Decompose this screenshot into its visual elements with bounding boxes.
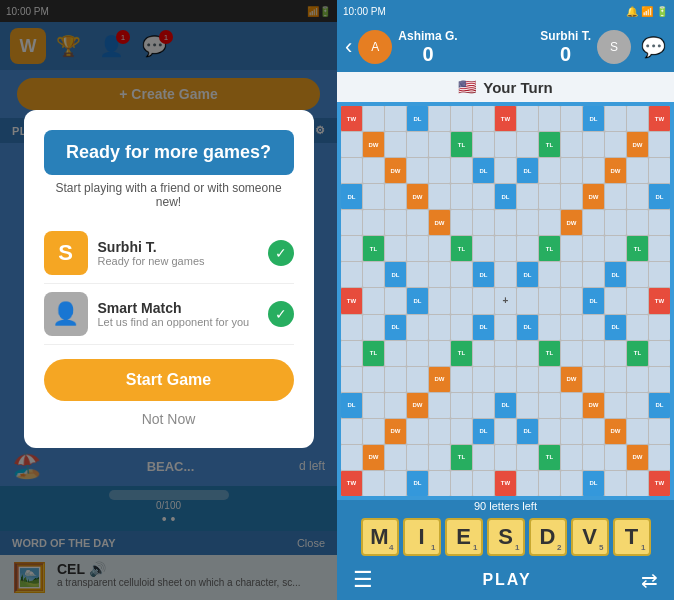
board-cell[interactable] [341,132,362,157]
back-button[interactable]: ‹ [345,34,352,60]
board-cell[interactable] [451,158,472,183]
board-cell[interactable] [539,367,560,392]
board-cell[interactable] [495,341,516,366]
board-cell[interactable] [605,393,626,418]
board-cell[interactable] [407,262,428,287]
board-cell[interactable] [495,210,516,235]
board-cell[interactable] [561,158,582,183]
board-cell[interactable] [539,393,560,418]
board-cell[interactable] [407,445,428,470]
board-cell[interactable]: TW [495,471,516,496]
board-cell[interactable] [627,262,648,287]
board-cell[interactable] [451,106,472,131]
board-cell[interactable]: DL [473,419,494,444]
board-cell[interactable] [583,262,604,287]
board-cell[interactable] [363,393,384,418]
board-cell[interactable] [517,184,538,209]
board-cell[interactable] [407,210,428,235]
board-cell[interactable]: DW [605,158,626,183]
board-cell[interactable] [583,445,604,470]
board-cell[interactable]: DW [363,445,384,470]
board-cell[interactable]: TW [341,106,362,131]
board-cell[interactable] [649,367,670,392]
start-game-button[interactable]: Start Game [44,359,294,401]
board-cell[interactable] [407,158,428,183]
board-cell[interactable] [605,445,626,470]
rack-tile[interactable]: D2 [529,518,567,556]
board-cell[interactable] [363,184,384,209]
board-cell[interactable] [495,367,516,392]
chat-icon[interactable]: 💬 [641,35,666,59]
board-cell[interactable]: DW [385,158,406,183]
board-cell[interactable] [561,184,582,209]
board-cell[interactable] [363,262,384,287]
board-cell[interactable]: DL [495,393,516,418]
board-cell[interactable] [517,445,538,470]
board-cell[interactable] [561,445,582,470]
board-cell[interactable] [451,393,472,418]
board-cell[interactable] [583,158,604,183]
board-cell[interactable] [517,367,538,392]
board-cell[interactable] [341,367,362,392]
board-cell[interactable] [539,158,560,183]
board-cell[interactable] [539,262,560,287]
board-cell[interactable] [627,315,648,340]
board-cell[interactable] [407,236,428,261]
board-cell[interactable]: DL [605,262,626,287]
board-cell[interactable]: TL [539,445,560,470]
board-cell[interactable] [451,367,472,392]
board-cell[interactable] [407,341,428,366]
board-cell[interactable]: DL [517,158,538,183]
board-cell[interactable] [363,315,384,340]
board-cell[interactable]: DL [407,106,428,131]
board-cell[interactable] [627,210,648,235]
board-cell[interactable] [517,132,538,157]
board-cell[interactable] [561,393,582,418]
board-cell[interactable] [517,393,538,418]
board-cell[interactable] [473,471,494,496]
board-cell[interactable]: DW [605,419,626,444]
board-cell[interactable] [561,419,582,444]
board-cell[interactable]: DL [517,419,538,444]
board-cell[interactable] [583,315,604,340]
board-cell[interactable] [451,262,472,287]
board-cell[interactable] [385,236,406,261]
board-cell[interactable]: + [495,288,516,313]
board-cell[interactable] [539,315,560,340]
board-cell[interactable] [583,419,604,444]
board-cell[interactable]: DW [583,393,604,418]
board-cell[interactable]: TL [451,445,472,470]
board-cell[interactable] [341,445,362,470]
board-cell[interactable]: DL [341,393,362,418]
board-cell[interactable]: TW [495,106,516,131]
board-cell[interactable] [561,236,582,261]
rack-tile[interactable]: M4 [361,518,399,556]
board-cell[interactable] [385,132,406,157]
board-cell[interactable] [583,132,604,157]
board-cell[interactable] [517,288,538,313]
board-cell[interactable] [517,341,538,366]
board-cell[interactable]: TL [539,236,560,261]
board-cell[interactable] [561,315,582,340]
board-cell[interactable] [583,367,604,392]
board-cell[interactable] [583,236,604,261]
board-cell[interactable] [605,106,626,131]
rack-tile[interactable]: V5 [571,518,609,556]
board-cell[interactable]: DL [407,288,428,313]
board-cell[interactable] [561,288,582,313]
board-cell[interactable] [627,419,648,444]
board-cell[interactable] [627,184,648,209]
board-cell[interactable] [429,158,450,183]
board-cell[interactable] [473,393,494,418]
board-cell[interactable] [495,158,516,183]
board-cell[interactable]: DL [495,184,516,209]
board-cell[interactable] [583,210,604,235]
board-cell[interactable]: DW [583,184,604,209]
board-cell[interactable] [341,236,362,261]
board-cell[interactable]: DW [407,184,428,209]
board-cell[interactable] [561,106,582,131]
board-cell[interactable] [429,445,450,470]
board-cell[interactable] [627,393,648,418]
board-cell[interactable]: TW [341,288,362,313]
board-cell[interactable] [649,158,670,183]
